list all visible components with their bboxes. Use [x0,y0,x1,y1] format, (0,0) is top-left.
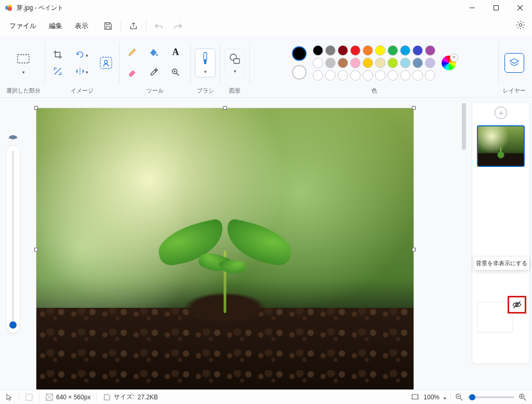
color-swatch[interactable] [400,45,410,56]
window-title: 芽.jpg - ペイント [17,4,63,12]
remove-background-button[interactable] [97,54,115,72]
group-colors: 色 [250,40,498,97]
add-layer-button[interactable]: ＋ [495,107,507,119]
resize-handle[interactable] [412,106,416,110]
redo-button[interactable] [168,18,187,34]
close-button[interactable] [508,0,532,16]
svg-rect-4 [494,6,499,10]
color-swatch[interactable] [350,45,361,56]
color-swatch[interactable] [400,70,410,81]
color-swatch[interactable] [313,45,323,56]
color-swatch[interactable] [338,45,348,56]
svg-rect-10 [18,55,29,63]
settings-button[interactable] [515,20,526,30]
layer-thumbnail[interactable] [477,125,525,167]
color-swatch[interactable] [313,70,323,81]
brush-size-slider[interactable] [0,98,26,390]
color-swatch[interactable] [350,58,361,68]
canvas[interactable] [36,108,414,391]
color-swatch[interactable] [350,70,361,81]
undo-button[interactable] [150,18,168,34]
color-secondary[interactable] [292,65,307,80]
minimize-button[interactable] [460,0,484,16]
color-swatch[interactable] [425,70,435,81]
share-button[interactable] [124,18,143,34]
color-swatch[interactable] [325,70,336,81]
fit-screen-icon[interactable] [411,394,419,401]
save-button[interactable] [99,18,117,34]
vertical-scrollbar[interactable] [460,102,468,387]
color-swatch[interactable] [363,58,373,68]
color-swatch[interactable] [363,45,373,56]
layers-toggle-button[interactable] [504,53,524,73]
color-swatch[interactable] [375,70,385,81]
group-label-brush: ブラシ [197,86,214,95]
menu-edit[interactable]: 編集 [43,18,69,34]
magnifier-tool[interactable] [167,64,184,81]
svg-rect-18 [204,53,207,60]
color-swatch[interactable] [425,45,435,56]
edit-colors-button[interactable] [442,56,456,70]
dimensions-value: 640 × 560px [56,394,90,401]
color-swatch[interactable] [363,70,373,81]
color-swatch[interactable] [338,70,348,81]
maximize-button[interactable] [484,0,508,16]
eyedropper-tool[interactable] [145,64,162,81]
zoom-in-button[interactable] [518,393,527,401]
size-value: 27.2KB [138,394,158,401]
cursor-tool-icon [0,390,19,404]
color-swatch[interactable] [400,58,410,68]
text-tool[interactable]: A [167,44,184,61]
color-swatch[interactable] [313,58,323,68]
color-primary[interactable] [292,46,307,61]
color-swatch[interactable] [325,58,336,68]
svg-line-30 [524,398,526,400]
eraser-tool[interactable] [124,64,140,81]
color-swatch[interactable] [338,58,348,68]
color-swatch[interactable] [413,70,423,81]
svg-rect-11 [100,57,112,69]
brush-button[interactable]: ▾ [195,48,216,77]
color-swatch[interactable] [375,58,385,68]
color-swatch[interactable] [325,45,336,56]
color-swatch[interactable] [413,45,423,56]
zoom-value: 100% [423,394,440,401]
svg-rect-20 [234,59,240,63]
color-swatch[interactable] [388,70,398,81]
svg-rect-8 [106,27,110,29]
color-swatch[interactable] [375,45,385,56]
resize-handle[interactable] [412,248,416,252]
svg-point-12 [104,60,108,63]
chevron-down-icon[interactable]: ▾ [22,70,25,75]
tooltip: 背景を非表示にする [474,257,529,270]
canvas-image [36,108,414,391]
hide-background-button[interactable] [508,296,526,314]
resize-handle[interactable] [34,106,38,110]
fill-tool[interactable] [145,44,162,61]
pencil-tool[interactable] [124,44,140,61]
zoom-out-button[interactable] [455,393,463,401]
color-swatch[interactable] [425,58,435,68]
resize-handle[interactable] [223,106,227,110]
group-layers: レイヤー [499,40,530,97]
resize-handle[interactable] [34,248,38,252]
group-label-layers: レイヤー [503,86,526,95]
zoom-dropdown[interactable]: ▾ [444,396,446,401]
crop-button[interactable] [49,46,66,63]
color-swatch[interactable] [388,58,398,68]
resize-button[interactable] [49,63,66,80]
color-swatch[interactable] [413,58,423,68]
size-label: サイズ: [114,393,134,401]
rotate-button[interactable]: ▾ [70,46,93,63]
flip-button[interactable]: ▾ [70,63,93,80]
color-palette [313,45,435,81]
menu-view[interactable]: 表示 [69,18,95,34]
shapes-button[interactable]: ▾ [224,48,245,77]
select-rect-button[interactable] [12,51,35,68]
group-label-shapes: 図形 [229,86,241,95]
zoom-slider[interactable] [468,396,514,398]
app-icon [4,3,14,12]
color-swatch[interactable] [388,45,398,56]
layers-panel: ＋ 背景を非表示にする [472,102,530,364]
menu-file[interactable]: ファイル [3,18,43,34]
